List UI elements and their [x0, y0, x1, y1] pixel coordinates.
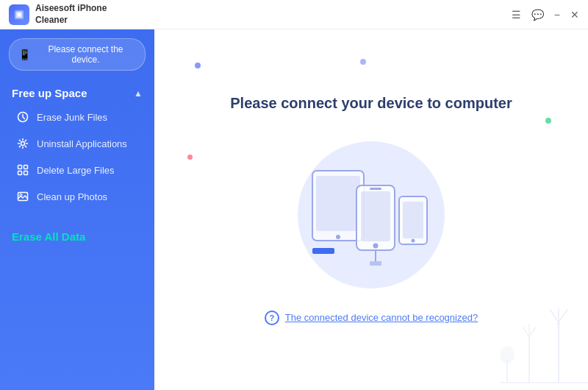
svg-rect-22: [370, 261, 381, 266]
svg-rect-8: [24, 171, 28, 175]
svg-point-25: [557, 322, 560, 325]
sidebar-item-uninstall-apps[interactable]: Uninstall Applications: [4, 131, 150, 156]
svg-rect-12: [316, 176, 360, 231]
scatter-dot-1: [195, 63, 201, 68]
question-icon: ?: [265, 311, 279, 325]
svg-rect-15: [361, 191, 390, 241]
svg-rect-5: [18, 166, 22, 169]
chevron-up-icon: ▲: [134, 88, 143, 99]
svg-line-26: [550, 309, 559, 322]
menu-icon[interactable]: ☰: [512, 9, 521, 21]
delete-large-label: Delete Large Files: [37, 165, 115, 176]
window-controls: ☰ 💬 − ✕: [512, 9, 579, 21]
svg-point-10: [20, 194, 22, 196]
app-logo: [9, 4, 29, 25]
connect-device-button[interactable]: 📱 Please connect the device.: [9, 38, 146, 71]
device-illustration: [261, 141, 481, 288]
erase-junk-label: Erase Junk Files: [37, 112, 107, 123]
svg-point-20: [412, 238, 415, 242]
svg-point-13: [336, 235, 340, 239]
svg-line-27: [559, 309, 567, 322]
sidebar-item-clean-photos[interactable]: Clean up Photos: [4, 184, 150, 209]
scatter-dot-2: [360, 59, 366, 65]
svg-point-17: [373, 243, 379, 248]
erase-all-data-button[interactable]: Erase All Data: [0, 224, 154, 249]
scatter-dot-3: [187, 155, 193, 160]
devices-svg: [290, 152, 452, 277]
titlebar: Aiseesoft iPhone Cleaner ☰ 💬 − ✕: [0, 0, 588, 29]
svg-rect-23: [312, 248, 334, 254]
section-title: Free up Space: [12, 87, 87, 99]
svg-point-4: [21, 142, 25, 146]
uninstall-apps-label: Uninstall Applications: [37, 138, 127, 149]
svg-point-36: [500, 346, 514, 364]
windmill-decoration: [441, 302, 588, 390]
svg-rect-19: [403, 202, 423, 238]
sidebar-item-delete-large[interactable]: Delete Large Files: [4, 157, 150, 182]
sidebar: 📱 Please connect the device. Free up Spa…: [0, 29, 154, 390]
scatter-dot-4: [545, 118, 551, 124]
svg-line-32: [529, 327, 536, 337]
svg-rect-16: [370, 188, 381, 190]
close-icon[interactable]: ✕: [570, 9, 579, 21]
minimize-icon[interactable]: −: [554, 9, 560, 21]
svg-rect-6: [24, 166, 28, 169]
app-name: Aiseesoft iPhone Cleaner: [35, 3, 107, 26]
svg-point-30: [528, 338, 531, 340]
main-layout: 📱 Please connect the device. Free up Spa…: [0, 29, 588, 390]
clock-icon: [16, 110, 29, 124]
settings-icon: [16, 137, 29, 150]
svg-rect-7: [18, 171, 22, 175]
page-title: Please connect your device to computer: [230, 95, 512, 112]
free-up-space-section: Free up Space ▲: [0, 82, 154, 104]
phone-icon: 📱: [18, 49, 31, 60]
clean-photos-label: Clean up Photos: [37, 191, 107, 202]
connect-button-label: Please connect the device.: [35, 44, 136, 65]
chat-icon[interactable]: 💬: [531, 9, 544, 21]
svg-line-31: [523, 327, 529, 337]
sidebar-item-erase-junk[interactable]: Erase Junk Files: [4, 104, 150, 130]
grid-icon: [16, 163, 29, 177]
content-area: Please connect your device to computer: [154, 29, 588, 390]
image-icon: [16, 190, 29, 203]
svg-point-2: [17, 13, 21, 16]
